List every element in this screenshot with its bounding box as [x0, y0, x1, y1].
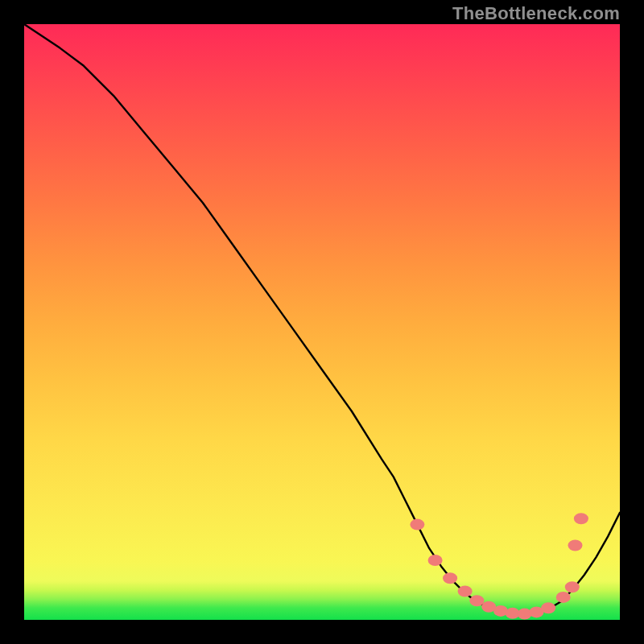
curve-marker: [529, 606, 543, 617]
curve-marker: [493, 605, 508, 617]
curve-marker: [556, 592, 571, 603]
curve-marker: [410, 519, 424, 530]
curve-marker: [565, 581, 580, 592]
curve-marker: [458, 585, 473, 597]
curve-marker: [541, 602, 555, 613]
curve-marker: [481, 601, 496, 613]
watermark-text: TheBottleneck.com: [452, 3, 620, 24]
curve-marker: [568, 540, 583, 551]
chart-stage: TheBottleneck.com: [0, 0, 644, 644]
marker-group: [410, 513, 588, 619]
plot-area: [24, 24, 620, 620]
curve-marker: [506, 608, 520, 619]
curve-marker: [574, 513, 588, 524]
curve-marker: [428, 555, 443, 566]
bottleneck-curve-path: [24, 24, 620, 614]
curve-marker: [443, 572, 457, 584]
curve-marker: [518, 609, 532, 620]
curve-marker: [469, 595, 484, 606]
curve-svg: [24, 24, 620, 620]
